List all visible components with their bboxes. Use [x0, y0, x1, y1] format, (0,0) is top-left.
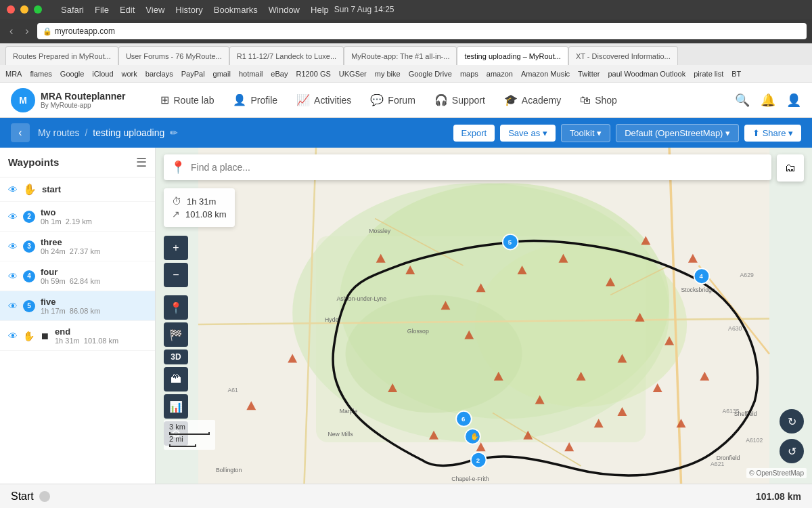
wp-name-end: end	[55, 326, 147, 337]
tab-label: XT - Discovered Informatio...	[576, 52, 671, 60]
bookmark-ebay[interactable]: eBay	[271, 70, 288, 78]
visibility-icon-3[interactable]: 👁	[8, 241, 18, 252]
bookmark-work[interactable]: work	[122, 70, 137, 78]
bookmarks-bar: MRA flames Google iCloud work barclays P…	[0, 65, 812, 83]
visibility-icon-4[interactable]: 👁	[8, 271, 18, 282]
analytics-button[interactable]: 📊	[164, 394, 188, 419]
bookmark-bt[interactable]: BT	[731, 70, 741, 78]
visibility-icon-start[interactable]: 👁	[8, 184, 18, 195]
wp-hand-end-icon: ✋	[23, 331, 35, 341]
waypoint-four[interactable]: 👁 4 four 0h 59m 62.84 km	[0, 261, 155, 291]
wp-info-2: two 0h 1m 2.19 km	[41, 207, 147, 226]
save-as-button[interactable]: Save as ▾	[500, 125, 556, 142]
waypoint-start[interactable]: 👁 ✋ start	[0, 177, 155, 202]
terrain-button[interactable]: 🏔	[164, 367, 188, 391]
menu-view[interactable]: View	[145, 5, 164, 15]
bookmark-amazon[interactable]: amazon	[487, 70, 513, 78]
menu-edit[interactable]: Edit	[120, 5, 135, 15]
waypoint-end[interactable]: 👁 ✋ ⏹ end 1h 31m 101.08 km	[0, 321, 155, 351]
bookmark-piratelist[interactable]: pirate list	[694, 70, 723, 78]
start-dot	[39, 491, 50, 502]
breadcrumb-home[interactable]: My routes	[38, 127, 79, 138]
tab-testing-uploading[interactable]: testing uploading – MyRout...	[457, 46, 568, 65]
visibility-icon-end[interactable]: 👁	[8, 331, 18, 341]
layer-control[interactable]: 🗂	[777, 154, 804, 182]
logo-full-name: MRA Routeplanner	[41, 91, 125, 102]
menu-history[interactable]: History	[175, 5, 202, 15]
bookmark-mybike[interactable]: my bike	[375, 70, 401, 78]
bookmark-barclays[interactable]: barclays	[145, 70, 173, 78]
search-icon[interactable]: 🔍	[735, 93, 750, 108]
bookmark-paulwoodman[interactable]: paul Woodman Outlook	[608, 70, 685, 78]
tab-user-forums[interactable]: User Forums - 76 MyRoute...	[118, 46, 229, 65]
menu-help[interactable]: Help	[311, 5, 329, 15]
refresh-button-1[interactable]: ↻	[780, 409, 804, 433]
wp-name-5: five	[41, 297, 147, 307]
waypoint-five[interactable]: 👁 5 five 1h 17m 86.08 km	[0, 291, 155, 321]
waypoint-three[interactable]: 👁 3 three 0h 24m 27.37 km	[0, 232, 155, 261]
bookmark-maps[interactable]: maps	[460, 70, 478, 78]
tab-xt[interactable]: XT - Discovered Informatio...	[568, 46, 678, 65]
bookmark-gmail[interactable]: gmail	[213, 70, 231, 78]
forward-button[interactable]: ›	[21, 24, 32, 39]
back-button[interactable]: ‹	[11, 123, 30, 142]
url-bar[interactable]: 🔒 myrouteapp.com	[37, 23, 807, 39]
mac-close-btn[interactable]	[7, 5, 15, 14]
breadcrumb-current: testing uploading	[93, 127, 164, 138]
hamburger-menu-icon[interactable]: ☰	[136, 155, 147, 170]
bookmark-paypal[interactable]: PayPal	[181, 70, 205, 78]
zoom-out-button[interactable]: −	[164, 263, 188, 287]
nav-profile[interactable]: 👤 Profile	[225, 89, 286, 110]
nav-academy[interactable]: 🎓 Academy	[496, 89, 569, 110]
nav-routelab[interactable]: ⊞ Route lab	[152, 89, 222, 110]
visibility-icon-2[interactable]: 👁	[8, 211, 18, 222]
avatar[interactable]: 👤	[786, 93, 801, 108]
visibility-icon-5[interactable]: 👁	[8, 301, 18, 312]
mac-maximize-btn[interactable]	[34, 5, 42, 14]
bookmark-google[interactable]: Google	[60, 70, 84, 78]
bell-icon[interactable]: 🔔	[761, 93, 775, 108]
menu-bookmarks[interactable]: Bookmarks	[214, 5, 258, 15]
bookmark-icloud[interactable]: iCloud	[92, 70, 113, 78]
bookmark-twitter[interactable]: Twitter	[578, 70, 600, 78]
nav-forum[interactable]: 💬 Forum	[362, 89, 423, 110]
sidebar-header: Waypoints ☰	[0, 148, 155, 177]
svg-text:A61: A61	[227, 387, 238, 394]
tab-myroute-app[interactable]: MyRoute-app: The #1 all-in-...	[344, 46, 457, 65]
wp-number-2: 2	[23, 211, 35, 223]
menu-window[interactable]: Window	[269, 5, 300, 15]
menu-file[interactable]: File	[95, 5, 109, 15]
bookmark-amazonmusic[interactable]: Amazon Music	[521, 70, 570, 78]
svg-text:A6102: A6102	[746, 437, 763, 444]
wp-number-3: 3	[23, 240, 35, 253]
tab-routes-prepared[interactable]: Routes Prepared in MyRout...	[5, 46, 118, 65]
refresh-button-2[interactable]: ↺	[780, 439, 804, 463]
flag-button[interactable]: 🏁	[164, 322, 188, 347]
menu-safari[interactable]: Safari	[61, 5, 84, 15]
back-button[interactable]: ‹	[5, 24, 17, 39]
bookmark-hotmail[interactable]: hotmail	[239, 70, 263, 78]
location-button[interactable]: 📍	[164, 295, 188, 320]
bookmark-googledrive[interactable]: Google Drive	[409, 70, 452, 78]
map-area[interactable]: A629 A630 A6135 A6102 A621 A61 Mossley A…	[156, 148, 812, 484]
nav-shop[interactable]: 🛍 Shop	[572, 90, 625, 110]
nav-support[interactable]: 🎧 Support	[426, 89, 493, 110]
bookmark-r1200gs[interactable]: R1200 GS	[296, 70, 330, 78]
bookmark-mra[interactable]: MRA	[5, 70, 22, 78]
tab-r1[interactable]: R1 11-12/7 Landeck to Luxe...	[229, 46, 344, 65]
bookmark-ukgser[interactable]: UKGSer	[339, 70, 367, 78]
nav-activities[interactable]: 📈 Activities	[288, 89, 359, 110]
export-button[interactable]: Export	[453, 125, 495, 142]
total-distance: 101.08 km	[756, 491, 801, 502]
3d-button[interactable]: 3D	[164, 350, 188, 364]
map-type-button[interactable]: Default (OpenStreetMap) ▾	[616, 124, 739, 142]
waypoint-two[interactable]: 👁 2 two 0h 1m 2.19 km	[0, 202, 155, 232]
share-button[interactable]: ⬆ Share ▾	[744, 125, 801, 142]
toolkit-button[interactable]: Toolkit ▾	[561, 124, 610, 142]
zoom-in-button[interactable]: +	[164, 236, 188, 260]
bookmark-flames[interactable]: flames	[30, 70, 51, 78]
activities-icon: 📈	[296, 93, 310, 106]
mac-minimize-btn[interactable]	[20, 5, 28, 14]
edit-icon[interactable]: ✏	[170, 127, 178, 138]
find-place-input[interactable]	[191, 162, 765, 173]
